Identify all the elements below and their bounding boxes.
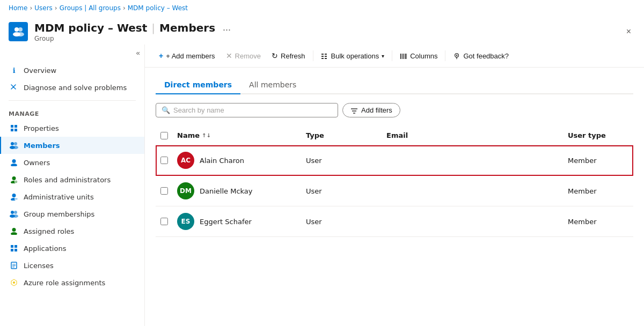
info-icon: ℹ — [10, 66, 18, 75]
svg-rect-33 — [14, 249, 17, 251]
wrench-icon — [10, 83, 18, 92]
svg-point-8 — [11, 142, 14, 145]
breadcrumb-home[interactable]: Home — [9, 4, 27, 12]
svg-point-14 — [12, 176, 16, 180]
feedback-button[interactable]: Got feedback? — [448, 49, 514, 63]
select-all-checkbox[interactable] — [160, 132, 168, 139]
applications-icon — [10, 244, 18, 253]
svg-point-1 — [18, 27, 23, 32]
toolbar-separator-3 — [445, 50, 445, 61]
svg-rect-6 — [11, 129, 13, 131]
tab-all-members[interactable]: All members — [240, 76, 305, 94]
toolbar-separator-2 — [392, 50, 392, 61]
avatar: AC — [177, 152, 194, 169]
sidebar: « ℹ Overview Diagnose and solve problems… — [0, 45, 145, 326]
svg-rect-7 — [14, 129, 17, 131]
table-row[interactable]: ES Eggert Schafer User Member — [156, 206, 633, 237]
sidebar-item-roles[interactable]: Roles and administrators — [0, 171, 144, 188]
row-checkbox-2[interactable] — [160, 187, 168, 195]
email-cell — [382, 157, 564, 164]
search-input[interactable] — [173, 106, 332, 114]
svg-point-3 — [17, 32, 24, 36]
svg-rect-30 — [11, 245, 13, 248]
table-row[interactable]: DM Danielle Mckay User Member — [156, 176, 633, 206]
svg-rect-45 — [325, 58, 327, 59]
svg-rect-4 — [11, 125, 13, 128]
email-cell — [382, 218, 564, 225]
main-layout: « ℹ Overview Diagnose and solve problems… — [0, 45, 644, 326]
more-options-button[interactable]: ... — [219, 21, 234, 34]
sidebar-item-diagnose[interactable]: Diagnose and solve problems — [0, 79, 144, 96]
columns-button[interactable]: Columns — [394, 49, 443, 63]
table: Name ↑↓ Type Email User type — [156, 126, 633, 237]
bulk-operations-chevron: ▾ — [382, 53, 384, 59]
sidebar-item-owners[interactable]: Owners — [0, 154, 144, 171]
svg-point-25 — [14, 211, 17, 214]
search-row: 🔍 Add filters — [156, 103, 633, 117]
row-checkbox-cell — [156, 214, 173, 228]
remove-button[interactable]: ✕ Remove — [221, 49, 266, 63]
add-members-button[interactable]: + + Add members — [153, 49, 221, 63]
azure-roles-icon — [10, 278, 18, 287]
tab-direct-members[interactable]: Direct members — [156, 76, 240, 94]
feedback-icon — [453, 51, 460, 60]
content-area: + + Add members ✕ Remove ↻ Refresh — [145, 45, 644, 326]
row-checkbox-1[interactable] — [160, 157, 168, 164]
svg-rect-40 — [321, 54, 324, 55]
type-cell: User — [302, 153, 382, 168]
manage-label: Manage — [0, 105, 144, 120]
svg-rect-48 — [405, 54, 406, 59]
group-icon — [9, 22, 28, 41]
add-filters-button[interactable]: Add filters — [342, 103, 400, 117]
user-type-header: User type — [564, 129, 633, 142]
table-row[interactable]: AC Alain Charon User Member — [156, 145, 633, 176]
close-button[interactable]: × — [622, 25, 635, 39]
sidebar-item-assigned-roles[interactable]: Assigned roles — [0, 223, 144, 240]
svg-rect-5 — [14, 125, 17, 128]
row-checkbox-3[interactable] — [160, 218, 168, 225]
svg-point-0 — [14, 27, 19, 32]
svg-rect-46 — [400, 54, 401, 59]
svg-rect-44 — [321, 58, 324, 59]
sidebar-item-overview[interactable]: ℹ Overview — [0, 62, 144, 79]
type-cell: User — [302, 184, 382, 198]
sidebar-collapse-button[interactable]: « — [134, 47, 142, 59]
row-checkbox-cell — [156, 184, 173, 198]
page-header-text: MDM policy – West | Members ... Group — [34, 21, 616, 42]
page-header: MDM policy – West | Members ... Group × — [0, 17, 644, 45]
licenses-icon — [10, 261, 18, 270]
content-inner: Direct members All members 🔍 — [145, 68, 644, 326]
remove-icon: ✕ — [226, 51, 232, 60]
tabs: Direct members All members — [156, 76, 633, 94]
svg-point-9 — [14, 142, 17, 145]
bulk-operations-button[interactable]: Bulk operations ▾ — [316, 49, 390, 63]
breadcrumb-users[interactable]: Users — [34, 4, 53, 12]
name-header[interactable]: Name ↑↓ — [173, 129, 302, 142]
svg-rect-47 — [402, 54, 404, 59]
sidebar-item-properties[interactable]: Properties — [0, 120, 144, 137]
members-icon — [10, 141, 18, 150]
assigned-roles-icon — [10, 227, 18, 235]
svg-rect-42 — [325, 54, 327, 55]
sidebar-item-admin-units[interactable]: Administrative units — [0, 188, 144, 205]
sidebar-item-azure-roles[interactable]: Azure role assignments — [0, 274, 144, 291]
sidebar-item-licenses[interactable]: Licenses — [0, 257, 144, 274]
name-cell: DM Danielle Mckay — [173, 179, 302, 203]
search-box[interactable]: 🔍 — [156, 103, 338, 117]
sidebar-item-group-memberships[interactable]: Group memberships — [0, 205, 144, 223]
search-icon: 🔍 — [162, 106, 170, 114]
breadcrumb-all-groups[interactable]: Groups | All groups — [60, 4, 121, 12]
svg-rect-19 — [16, 182, 17, 182]
sidebar-item-applications[interactable]: Applications — [0, 240, 144, 257]
type-header: Type — [302, 129, 382, 142]
sidebar-item-members[interactable]: Members — [0, 137, 144, 154]
sort-icon: ↑↓ — [202, 132, 211, 138]
avatar: ES — [177, 213, 194, 230]
page-title: MDM policy – West | Members ... — [34, 21, 616, 34]
svg-point-39 — [13, 281, 15, 284]
owners-icon — [10, 158, 18, 167]
breadcrumb-current[interactable]: MDM policy – West — [128, 4, 188, 12]
name-cell: ES Eggert Schafer — [173, 210, 302, 233]
email-header: Email — [382, 129, 564, 142]
refresh-button[interactable]: ↻ Refresh — [266, 49, 311, 63]
